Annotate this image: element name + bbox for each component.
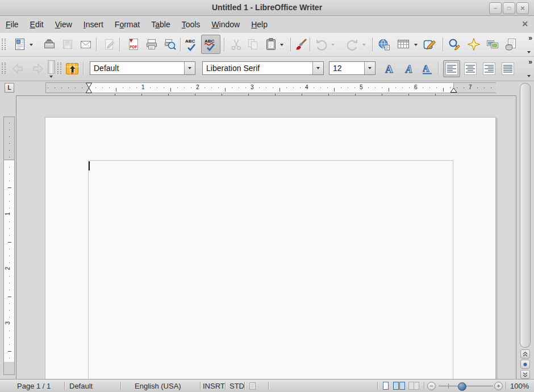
new-dropdown-arrow[interactable] bbox=[28, 43, 34, 47]
styles-formatting-button[interactable] bbox=[64, 60, 81, 77]
document-area[interactable] bbox=[16, 95, 516, 379]
selection-mode-field[interactable]: STD bbox=[230, 382, 244, 390]
ruler-tick bbox=[218, 87, 219, 88]
combo-dropdown-button[interactable] bbox=[312, 62, 323, 74]
cut-button[interactable] bbox=[228, 36, 245, 53]
edit-file-button[interactable] bbox=[101, 36, 118, 53]
draw-functions-button[interactable] bbox=[421, 36, 438, 53]
page-count-field[interactable]: Page 1 / 1 bbox=[17, 382, 51, 390]
formatting-toolbar: Default Liberation Serif 12 A A A bbox=[0, 57, 534, 81]
menu-tools[interactable]: Tools bbox=[176, 17, 206, 32]
ruler-tick bbox=[9, 150, 10, 151]
zoom-in-button[interactable]: + bbox=[494, 382, 503, 390]
page-preview-button[interactable] bbox=[161, 36, 178, 53]
book-view-button[interactable] bbox=[407, 381, 421, 391]
indent-marker-hourglass[interactable] bbox=[85, 82, 93, 94]
table-dropdown-arrow[interactable] bbox=[413, 43, 419, 47]
menu-table[interactable]: Table bbox=[145, 17, 176, 32]
undo-button[interactable] bbox=[313, 36, 330, 53]
forward-button[interactable] bbox=[30, 60, 47, 77]
font-size-combo[interactable]: 12 bbox=[329, 61, 376, 75]
menu-insert[interactable]: Insert bbox=[78, 17, 109, 32]
previous-page-button[interactable] bbox=[520, 349, 530, 358]
bold-button[interactable]: A bbox=[382, 60, 399, 77]
multi-page-view-button[interactable] bbox=[393, 381, 406, 391]
print-button[interactable] bbox=[143, 36, 160, 53]
align-center-icon bbox=[464, 62, 477, 76]
align-center-button[interactable] bbox=[462, 60, 479, 77]
draw-functions-icon bbox=[423, 37, 436, 51]
save-button[interactable] bbox=[59, 36, 76, 53]
data-sources-button[interactable] bbox=[502, 36, 519, 53]
minimize-button[interactable]: – bbox=[489, 2, 502, 14]
toolbar-drag-handle[interactable] bbox=[2, 39, 6, 50]
gallery-button[interactable] bbox=[484, 36, 501, 53]
open-button[interactable] bbox=[41, 36, 58, 53]
single-page-view-button[interactable] bbox=[382, 381, 390, 391]
italic-button[interactable]: A bbox=[400, 60, 418, 77]
new-document-button[interactable] bbox=[11, 36, 28, 53]
justify-button[interactable] bbox=[499, 60, 516, 77]
navigator-button[interactable] bbox=[465, 36, 482, 53]
align-left-button[interactable] bbox=[443, 60, 460, 77]
menu-view[interactable]: View bbox=[49, 17, 78, 32]
clone-formatting-button[interactable] bbox=[293, 36, 310, 53]
spelling-button[interactable]: ABC bbox=[183, 36, 200, 53]
menu-help[interactable]: Help bbox=[245, 17, 273, 32]
paste-dropdown-arrow[interactable] bbox=[279, 43, 285, 47]
language-field[interactable]: English (USA) bbox=[135, 382, 181, 390]
ruler-tick bbox=[320, 87, 321, 88]
auto-spellcheck-icon: ABC bbox=[203, 37, 218, 52]
menu-window[interactable]: Window bbox=[206, 17, 245, 32]
ruler-tick bbox=[55, 87, 55, 88]
hyperlink-button[interactable] bbox=[376, 36, 393, 53]
next-page-button[interactable] bbox=[520, 370, 530, 379]
menu-format[interactable]: Format bbox=[109, 17, 145, 32]
zoom-slider-thumb[interactable] bbox=[458, 382, 466, 391]
right-indent-marker[interactable] bbox=[450, 87, 457, 93]
toolbar-overflow-button[interactable]: » bbox=[523, 35, 532, 55]
font-size-value[interactable]: 12 bbox=[329, 62, 364, 74]
scrollbar-thumb[interactable] bbox=[520, 83, 531, 348]
toolbar-drag-handle[interactable] bbox=[2, 62, 6, 74]
find-replace-button[interactable] bbox=[446, 36, 463, 53]
zoom-out-button[interactable]: − bbox=[427, 382, 436, 390]
page[interactable] bbox=[45, 117, 496, 379]
back-button[interactable] bbox=[9, 60, 26, 77]
email-button[interactable] bbox=[77, 36, 94, 53]
tab-stop-type-button[interactable]: L bbox=[5, 83, 14, 93]
undo-dropdown-arrow[interactable] bbox=[330, 43, 336, 47]
maximize-button[interactable]: □ bbox=[503, 2, 515, 14]
font-name-combo[interactable]: Liberation Serif bbox=[202, 61, 324, 75]
navigation-button[interactable] bbox=[520, 360, 530, 369]
redo-dropdown-arrow[interactable] bbox=[361, 43, 367, 47]
ruler-number: 4 bbox=[305, 84, 308, 90]
ruler-tick bbox=[409, 87, 410, 88]
toolbar-drag-handle[interactable] bbox=[57, 62, 61, 74]
align-right-button[interactable] bbox=[481, 60, 498, 77]
toolbar-scroll-strip[interactable] bbox=[48, 60, 55, 74]
menu-edit[interactable]: Edit bbox=[24, 17, 49, 32]
title-bar: Untitled 1 - LibreOffice Writer – □ ✕ bbox=[0, 0, 534, 16]
paste-button[interactable] bbox=[262, 36, 279, 53]
auto-spellcheck-button[interactable]: ABC bbox=[201, 35, 220, 54]
close-document-icon[interactable]: ✕ bbox=[522, 19, 528, 28]
right-margin-zone bbox=[453, 83, 496, 93]
font-name-value[interactable]: Liberation Serif bbox=[203, 62, 312, 74]
underline-button[interactable]: A bbox=[419, 60, 436, 77]
combo-dropdown-button[interactable] bbox=[364, 62, 375, 74]
paragraph-style-combo[interactable]: Default bbox=[90, 61, 195, 75]
insert-table-button[interactable] bbox=[395, 36, 412, 53]
redo-button[interactable] bbox=[344, 36, 361, 53]
export-pdf-button[interactable]: PDF bbox=[125, 36, 142, 53]
paragraph-style-value[interactable]: Default bbox=[90, 62, 184, 74]
insert-mode-field[interactable]: INSRT bbox=[203, 382, 225, 390]
menu-file[interactable]: File bbox=[0, 17, 24, 32]
zoom-level-field[interactable]: 100% bbox=[510, 382, 529, 390]
vertical-scrollbar[interactable] bbox=[518, 82, 533, 379]
close-button[interactable]: ✕ bbox=[516, 2, 529, 14]
page-style-field[interactable]: Default bbox=[69, 382, 93, 390]
combo-dropdown-button[interactable] bbox=[184, 62, 195, 74]
toolbar-overflow-button[interactable]: » bbox=[523, 59, 532, 79]
copy-button[interactable] bbox=[244, 36, 261, 53]
